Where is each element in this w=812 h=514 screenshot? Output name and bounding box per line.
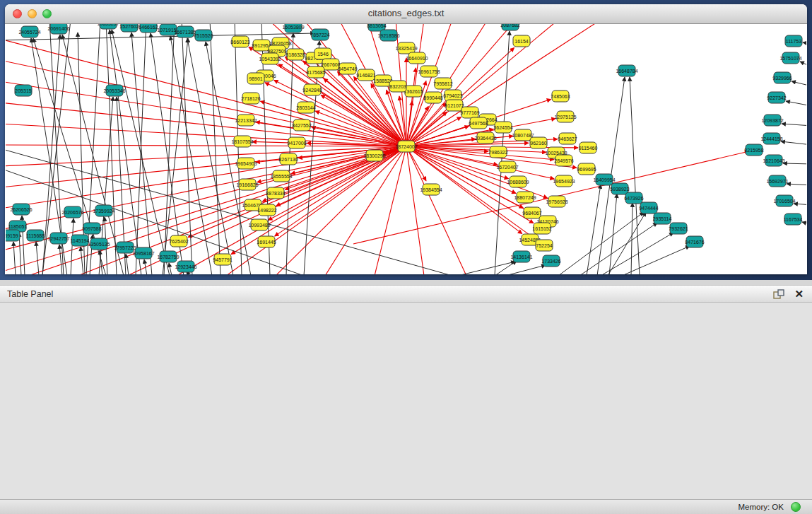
graph-node[interactable]: 13555554: [270, 170, 292, 182]
graph-node[interactable]: 7932621: [669, 223, 688, 234]
graph-node[interactable]: 9242848: [302, 84, 322, 95]
graph-node[interactable]: 20206576: [61, 206, 83, 218]
graph-node[interactable]: 16648784: [616, 65, 637, 76]
graph-node[interactable]: 7515526: [194, 30, 213, 41]
graph-node[interactable]: 962160: [530, 137, 547, 148]
graph-node[interactable]: 7986322: [488, 146, 507, 158]
graph-node[interactable]: 2087682: [500, 24, 519, 30]
graph-node[interactable]: 2803144: [296, 102, 315, 113]
graph-node[interactable]: 16409954: [593, 174, 615, 185]
graph-node[interactable]: 18107554: [231, 136, 253, 147]
graph-node[interactable]: 15692971: [766, 175, 788, 187]
close-panel-icon[interactable]: ✕: [794, 288, 804, 300]
graph-node[interactable]: 8186328: [286, 49, 305, 60]
panel-splitter[interactable]: [0, 280, 812, 285]
graph-node[interactable]: 8878334: [266, 187, 285, 199]
graph-node[interactable]: 3624554: [493, 122, 512, 133]
graph-node[interactable]: 16154: [513, 35, 530, 47]
graph-node[interactable]: 10688609: [507, 176, 529, 187]
network-graph[interactable]: 2405572420691406106532571527602646616210…: [6, 24, 806, 274]
graph-node[interactable]: 16053809: [282, 24, 304, 33]
graph-node[interactable]: 1167534: [784, 214, 803, 225]
memory-status-indicator[interactable]: [791, 502, 801, 512]
graph-node[interactable]: 7955812: [433, 78, 452, 89]
graph-node[interactable]: 8454749: [338, 63, 357, 74]
graph-node[interactable]: 9684067: [522, 207, 541, 218]
graph-node[interactable]: 752254: [536, 240, 553, 251]
graph-node[interactable]: 8990448: [423, 92, 442, 103]
graph-node[interactable]: 16210643: [763, 155, 784, 166]
graph-node[interactable]: 6466162: [139, 24, 158, 33]
graph-node[interactable]: 14136141: [510, 251, 532, 262]
graph-node[interactable]: 1115688: [26, 230, 45, 241]
graph-node[interactable]: 9227342: [767, 92, 786, 103]
graph-node[interactable]: 2718126: [241, 93, 260, 104]
graph-node[interactable]: 6473926: [624, 192, 643, 204]
graph-node[interactable]: 19756928: [546, 196, 567, 207]
graph-node[interactable]: 16961758: [418, 66, 440, 77]
graph-node[interactable]: 1733426: [541, 255, 560, 267]
graph-node[interactable]: 9097588: [82, 223, 101, 234]
graph-node[interactable]: 20691406: [47, 24, 69, 34]
graph-node[interactable]: 10958167: [132, 247, 154, 259]
graph-node[interactable]: 10993489: [248, 219, 270, 230]
graph-node[interactable]: 7857224: [310, 29, 329, 40]
graph-node[interactable]: 205315: [15, 85, 32, 96]
graph-node[interactable]: 18807249: [514, 192, 536, 203]
graph-node[interactable]: 1546: [314, 48, 331, 59]
graph-node[interactable]: 832203: [389, 81, 406, 92]
network-canvas[interactable]: 2405572420691406106532571527602646616210…: [6, 24, 806, 274]
graph-node[interactable]: 8471676: [685, 236, 704, 247]
graph-node[interactable]: 16671385: [174, 26, 196, 37]
graph-node[interactable]: 12444158: [760, 133, 782, 144]
graph-node[interactable]: 9463627: [558, 133, 577, 144]
graph-node[interactable]: 8427552: [292, 119, 311, 131]
graph-node[interactable]: 15751074: [779, 52, 801, 64]
graph-node[interactable]: 16720407: [496, 161, 518, 173]
graph-node[interactable]: 8660123: [230, 36, 249, 47]
graph-node[interactable]: 7485063: [551, 90, 570, 102]
graph-node[interactable]: 7625402: [169, 235, 188, 247]
graph-node[interactable]: 24055724: [18, 26, 40, 37]
graph-node[interactable]: 1615152: [532, 223, 551, 234]
graph-node[interactable]: 9699695: [577, 163, 596, 175]
graph-node[interactable]: 12942757: [47, 233, 69, 244]
graph-node[interactable]: 9417008: [287, 137, 306, 148]
graph-node[interactable]: 19654923: [553, 175, 575, 187]
graph-node[interactable]: 6497568: [469, 117, 488, 129]
graph-node[interactable]: 9457791: [213, 254, 232, 265]
graph-node[interactable]: 1691445: [257, 236, 276, 247]
graph-node[interactable]: 98901: [247, 73, 264, 84]
graph-hub-node[interactable]: 18724007: [395, 141, 417, 152]
float-panel-icon[interactable]: [773, 289, 784, 300]
graph-node[interactable]: 19218586: [377, 30, 399, 41]
graph-node[interactable]: 1498222: [257, 204, 276, 216]
graph-node[interactable]: 8215958: [744, 144, 763, 156]
graph-node[interactable]: 12923446: [175, 261, 196, 272]
graph-node[interactable]: 19166825: [236, 179, 258, 190]
graph-node[interactable]: 16640910: [406, 52, 428, 64]
graph-node[interactable]: 20364436: [474, 132, 496, 144]
graph-node[interactable]: 9329966: [772, 72, 792, 83]
graph-node[interactable]: 3175685: [306, 66, 325, 78]
graph-node[interactable]: 18300295: [363, 150, 385, 161]
graph-node[interactable]: 111753: [785, 35, 802, 47]
network-window-titlebar[interactable]: citations_edges.txt: [5, 4, 807, 24]
graph-node[interactable]: 2849576: [554, 155, 573, 166]
graph-node[interactable]: 12213342: [235, 115, 257, 126]
graph-node[interactable]: 26206526: [10, 204, 32, 215]
graph-node[interactable]: 1145194: [71, 235, 90, 246]
graph-node[interactable]: 20053346: [103, 85, 125, 96]
graph-node[interactable]: 9777169: [460, 107, 479, 118]
graph-node[interactable]: 1527602: [119, 24, 139, 32]
graph-node[interactable]: 9474444: [639, 202, 658, 214]
graph-node[interactable]: 2935114: [653, 213, 672, 224]
graph-node[interactable]: 17016504: [773, 195, 795, 206]
graph-node[interactable]: 39159: [6, 230, 20, 241]
graph-node[interactable]: 13505135: [88, 238, 110, 250]
graph-node[interactable]: 8267130: [278, 153, 298, 165]
graph-node[interactable]: 19654903: [235, 158, 257, 169]
graph-node[interactable]: 10543392: [259, 53, 281, 64]
graph-node[interactable]: 9115460: [579, 142, 598, 153]
graph-node[interactable]: 10653257: [97, 24, 119, 29]
